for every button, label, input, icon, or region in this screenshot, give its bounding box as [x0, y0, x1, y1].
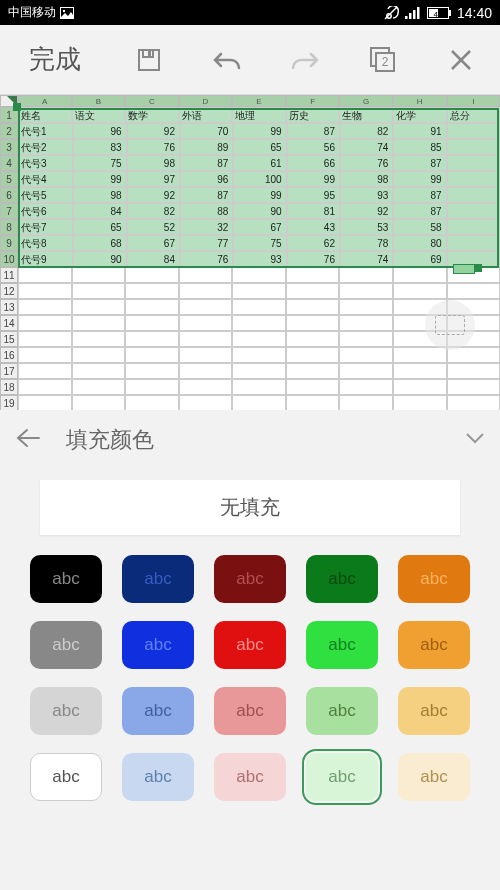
table-cell[interactable]: 53 — [340, 219, 393, 235]
table-row[interactable]: 15 — [0, 331, 500, 347]
table-cell[interactable] — [179, 315, 233, 331]
table-cell[interactable] — [18, 347, 72, 363]
table-cell[interactable]: 95 — [287, 187, 340, 203]
table-cell[interactable] — [72, 299, 126, 315]
table-cell[interactable] — [232, 395, 286, 411]
table-cell[interactable] — [18, 283, 72, 299]
table-row[interactable]: 3代号283768965567485 — [0, 139, 500, 155]
table-cell[interactable] — [447, 123, 500, 139]
selection-handle-tl[interactable] — [13, 103, 21, 111]
table-row[interactable]: 18 — [0, 379, 500, 395]
table-row[interactable]: 1姓名语文数学外语地理历史生物化学总分 — [0, 107, 500, 123]
save-icon[interactable] — [129, 40, 169, 80]
table-cell[interactable]: 61 — [233, 155, 286, 171]
table-cell[interactable] — [232, 331, 286, 347]
table-cell[interactable]: 74 — [340, 139, 393, 155]
col-header[interactable]: F — [286, 95, 340, 107]
table-cell[interactable]: 90 — [233, 203, 286, 219]
color-swatch[interactable]: abc — [398, 621, 470, 669]
table-cell[interactable] — [18, 299, 72, 315]
close-icon[interactable] — [441, 40, 481, 80]
table-cell[interactable] — [339, 267, 393, 283]
table-cell[interactable] — [232, 347, 286, 363]
table-cell[interactable]: 87 — [393, 155, 446, 171]
table-cell[interactable] — [179, 347, 233, 363]
table-cell[interactable]: 90 — [73, 251, 126, 267]
table-cell[interactable]: 99 — [233, 187, 286, 203]
table-cell[interactable]: 76 — [127, 139, 180, 155]
table-cell[interactable]: 84 — [73, 203, 126, 219]
table-cell[interactable] — [339, 315, 393, 331]
table-header-cell[interactable]: 生物 — [339, 107, 393, 123]
table-cell[interactable] — [125, 347, 179, 363]
table-cell[interactable]: 32 — [180, 219, 233, 235]
table-row[interactable]: 8代号765523267435358 — [0, 219, 500, 235]
color-swatch[interactable]: abc — [30, 753, 102, 801]
table-cell[interactable] — [393, 283, 447, 299]
table-row[interactable]: 11 — [0, 267, 500, 283]
table-cell[interactable] — [286, 347, 340, 363]
table-cell[interactable] — [72, 267, 126, 283]
table-cell[interactable] — [179, 283, 233, 299]
table-cell[interactable] — [179, 267, 233, 283]
table-cell[interactable]: 代号2 — [18, 139, 73, 155]
table-row[interactable]: 6代号598928799959387 — [0, 187, 500, 203]
table-cell[interactable] — [447, 379, 501, 395]
no-fill-button[interactable]: 无填充 — [40, 480, 460, 535]
table-cell[interactable]: 58 — [393, 219, 446, 235]
table-header-cell[interactable]: 化学 — [393, 107, 447, 123]
table-cell[interactable] — [72, 347, 126, 363]
table-cell[interactable]: 70 — [180, 123, 233, 139]
table-row[interactable]: 12 — [0, 283, 500, 299]
table-cell[interactable]: 100 — [233, 171, 286, 187]
table-cell[interactable] — [179, 331, 233, 347]
table-cell[interactable]: 74 — [340, 251, 393, 267]
table-cell[interactable]: 93 — [233, 251, 286, 267]
table-cell[interactable] — [447, 203, 500, 219]
color-swatch[interactable]: abc — [306, 687, 378, 735]
table-cell[interactable]: 92 — [127, 187, 180, 203]
table-cell[interactable] — [447, 283, 501, 299]
table-cell[interactable]: 68 — [73, 235, 126, 251]
table-cell[interactable]: 65 — [73, 219, 126, 235]
table-cell[interactable]: 81 — [287, 203, 340, 219]
table-cell[interactable] — [339, 379, 393, 395]
table-cell[interactable] — [72, 363, 126, 379]
table-header-cell[interactable]: 历史 — [286, 107, 340, 123]
table-cell[interactable] — [179, 299, 233, 315]
table-cell[interactable]: 代号7 — [18, 219, 73, 235]
table-cell[interactable]: 76 — [287, 251, 340, 267]
table-cell[interactable] — [286, 267, 340, 283]
table-row[interactable]: 17 — [0, 363, 500, 379]
table-cell[interactable]: 75 — [233, 235, 286, 251]
color-swatch[interactable]: abc — [214, 621, 286, 669]
table-cell[interactable]: 98 — [340, 171, 393, 187]
table-header-cell[interactable]: 数学 — [125, 107, 179, 123]
col-header[interactable]: A — [18, 95, 72, 107]
col-header[interactable]: E — [232, 95, 286, 107]
table-cell[interactable]: 76 — [180, 251, 233, 267]
table-cell[interactable] — [447, 171, 500, 187]
table-cell[interactable]: 66 — [287, 155, 340, 171]
table-header-cell[interactable]: 地理 — [232, 107, 286, 123]
table-cell[interactable] — [393, 267, 447, 283]
table-cell[interactable]: 82 — [340, 123, 393, 139]
color-swatch[interactable]: abc — [306, 621, 378, 669]
table-cell[interactable]: 76 — [340, 155, 393, 171]
color-swatch[interactable]: abc — [398, 753, 470, 801]
table-cell[interactable]: 92 — [127, 123, 180, 139]
table-cell[interactable] — [125, 331, 179, 347]
panel-back-icon[interactable] — [15, 427, 41, 453]
table-cell[interactable]: 67 — [233, 219, 286, 235]
table-cell[interactable] — [232, 299, 286, 315]
selection-handle-br[interactable] — [474, 264, 482, 272]
table-cell[interactable] — [339, 283, 393, 299]
table-row[interactable]: 7代号684828890819287 — [0, 203, 500, 219]
col-header[interactable]: G — [339, 95, 393, 107]
table-row[interactable]: 2代号196927099878291 — [0, 123, 500, 139]
table-cell[interactable]: 97 — [127, 171, 180, 187]
table-cell[interactable] — [286, 315, 340, 331]
color-swatch[interactable]: abc — [30, 555, 102, 603]
table-cell[interactable] — [72, 283, 126, 299]
table-row[interactable]: 10代号990847693767469 — [0, 251, 500, 267]
